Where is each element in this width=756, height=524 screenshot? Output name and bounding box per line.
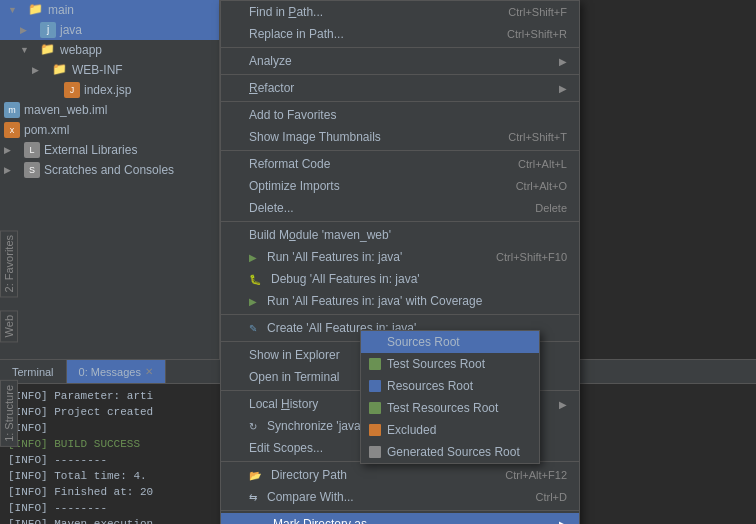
menu-shortcut: Delete: [535, 202, 567, 214]
submenu-item-label: Resources Root: [387, 379, 473, 393]
menu-shortcut: Ctrl+Alt+F12: [505, 469, 567, 481]
side-label-structure[interactable]: 1: Structure: [0, 380, 18, 447]
mark-directory-submenu: Sources Root Test Sources Root Resources…: [360, 330, 540, 464]
sidebar-item-java[interactable]: j java: [0, 20, 219, 40]
submenu-item-label: Generated Sources Root: [387, 445, 520, 459]
menu-shortcut: Ctrl+Shift+R: [507, 28, 567, 40]
expand-arrow-icon: [4, 162, 20, 178]
submenu-item-sources-root[interactable]: Sources Root: [361, 331, 539, 353]
menu-item-label: Run 'All Features in: java': [267, 250, 402, 264]
excluded-color-box: [369, 424, 381, 436]
menu-item-mark-directory[interactable]: Mark Directory as ▶: [221, 513, 579, 524]
menu-item-label: Find in Path...: [249, 5, 323, 19]
side-label-favorites[interactable]: 2: Favorites: [0, 230, 18, 297]
run-icon: ▶: [249, 252, 257, 263]
submenu-arrow-icon: ▶: [559, 56, 567, 67]
jsp-file-icon: J: [64, 82, 80, 98]
debug-icon: 🐛: [249, 274, 261, 285]
scratch-icon: S: [24, 162, 40, 178]
menu-separator: [221, 221, 579, 222]
expand-arrow-icon: [32, 62, 48, 78]
sidebar-item-label: webapp: [60, 43, 102, 57]
side-label-web[interactable]: Web: [0, 310, 18, 342]
sidebar-item-webinf[interactable]: WEB-INF: [0, 60, 219, 80]
menu-separator: [221, 150, 579, 151]
sidebar-item-main[interactable]: main: [0, 0, 219, 20]
menu-item-label: Mark Directory as: [273, 517, 367, 524]
sidebar-item-label: index.jsp: [84, 83, 131, 97]
menu-item-compare-with[interactable]: ⇆ Compare With... Ctrl+D: [221, 486, 579, 508]
submenu-item-test-resources-root[interactable]: Test Resources Root: [361, 397, 539, 419]
menu-separator: [221, 74, 579, 75]
xml-file-icon: x: [4, 122, 20, 138]
sidebar-item-ext-libs[interactable]: L External Libraries: [0, 140, 219, 160]
dir-icon: 📂: [249, 470, 261, 481]
menu-shortcut: Ctrl+Shift+F: [508, 6, 567, 18]
spacer: [44, 82, 60, 98]
close-icon[interactable]: ✕: [145, 366, 153, 377]
java-folder-icon: j: [40, 22, 56, 38]
sidebar-item-pom[interactable]: x pom.xml: [0, 120, 219, 140]
expand-arrow-icon: [20, 42, 36, 58]
submenu-item-test-sources-root[interactable]: Test Sources Root: [361, 353, 539, 375]
tab-label: Terminal: [12, 366, 54, 378]
sidebar-item-webapp[interactable]: webapp: [0, 40, 219, 60]
submenu-item-excluded[interactable]: Excluded: [361, 419, 539, 441]
sidebar-item-label: maven_web.iml: [24, 103, 107, 117]
submenu-item-generated-sources-root[interactable]: Generated Sources Root: [361, 441, 539, 463]
submenu-item-resources-root[interactable]: Resources Root: [361, 375, 539, 397]
menu-separator: [221, 314, 579, 315]
sidebar-item-label: main: [48, 3, 74, 17]
menu-item-analyze[interactable]: Analyze ▶: [221, 50, 579, 72]
folder-icon: [52, 62, 68, 78]
menu-item-reformat[interactable]: Reformat Code Ctrl+Alt+L: [221, 153, 579, 175]
mark-dir-icon: [249, 517, 263, 524]
sidebar-item-label: java: [60, 23, 82, 37]
resources-color-box: [369, 380, 381, 392]
sidebar-item-label: pom.xml: [24, 123, 69, 137]
submenu-arrow-icon: ▶: [559, 83, 567, 94]
tab-messages[interactable]: 0: Messages ✕: [67, 360, 166, 383]
sidebar-item-label: External Libraries: [44, 143, 137, 157]
menu-item-build-module[interactable]: Build Module 'maven_web': [221, 224, 579, 246]
menu-item-label: Reformat Code: [249, 157, 330, 171]
sidebar-item-indexjsp[interactable]: J index.jsp: [0, 80, 219, 100]
lib-icon: L: [24, 142, 40, 158]
menu-item-show-thumbnails[interactable]: Show Image Thumbnails Ctrl+Shift+T: [221, 126, 579, 148]
menu-item-replace-in-path[interactable]: Replace in Path... Ctrl+Shift+R: [221, 23, 579, 45]
menu-item-label: Optimize Imports: [249, 179, 340, 193]
menu-item-find-in-path[interactable]: Find in Path... Ctrl+Shift+F: [221, 1, 579, 23]
iml-file-icon: m: [4, 102, 20, 118]
menu-item-debug-features[interactable]: 🐛 Debug 'All Features in: java': [221, 268, 579, 290]
menu-item-label: Refactor: [249, 81, 294, 95]
sync-icon: ↻: [249, 421, 257, 432]
menu-item-delete[interactable]: Delete... Delete: [221, 197, 579, 219]
sources-root-color-box: [369, 336, 381, 348]
menu-shortcut: Ctrl+Shift+F10: [496, 251, 567, 263]
menu-item-label: Debug 'All Features in: java': [271, 272, 420, 286]
test-resources-color-box: [369, 402, 381, 414]
submenu-item-label: Sources Root: [387, 335, 460, 349]
compare-icon: ⇆: [249, 492, 257, 503]
menu-item-refactor[interactable]: Refactor ▶: [221, 77, 579, 99]
menu-item-label: Show in Explorer: [249, 348, 340, 362]
menu-item-run-coverage[interactable]: ▶ Run 'All Features in: java' with Cover…: [221, 290, 579, 312]
menu-item-run-features[interactable]: ▶ Run 'All Features in: java' Ctrl+Shift…: [221, 246, 579, 268]
side-label-text: 1: Structure: [3, 385, 15, 442]
menu-item-label: Synchronize 'java': [267, 419, 363, 433]
menu-item-label: Build Module 'maven_web': [249, 228, 391, 242]
sidebar-item-iml[interactable]: m maven_web.iml: [0, 100, 219, 120]
menu-item-label: Analyze: [249, 54, 292, 68]
menu-shortcut: Ctrl+Alt+L: [518, 158, 567, 170]
expand-arrow-icon: [4, 142, 20, 158]
menu-item-add-favorites[interactable]: Add to Favorites: [221, 104, 579, 126]
menu-separator: [221, 47, 579, 48]
sidebar-item-scratches[interactable]: S Scratches and Consoles: [0, 160, 219, 180]
create-icon: ✎: [249, 323, 257, 334]
menu-item-label: Local History: [249, 397, 318, 411]
menu-item-label: Replace in Path...: [249, 27, 344, 41]
menu-item-directory-path[interactable]: 📂 Directory Path Ctrl+Alt+F12: [221, 464, 579, 486]
submenu-item-label: Test Resources Root: [387, 401, 498, 415]
menu-item-label: Show Image Thumbnails: [249, 130, 381, 144]
menu-item-optimize-imports[interactable]: Optimize Imports Ctrl+Alt+O: [221, 175, 579, 197]
